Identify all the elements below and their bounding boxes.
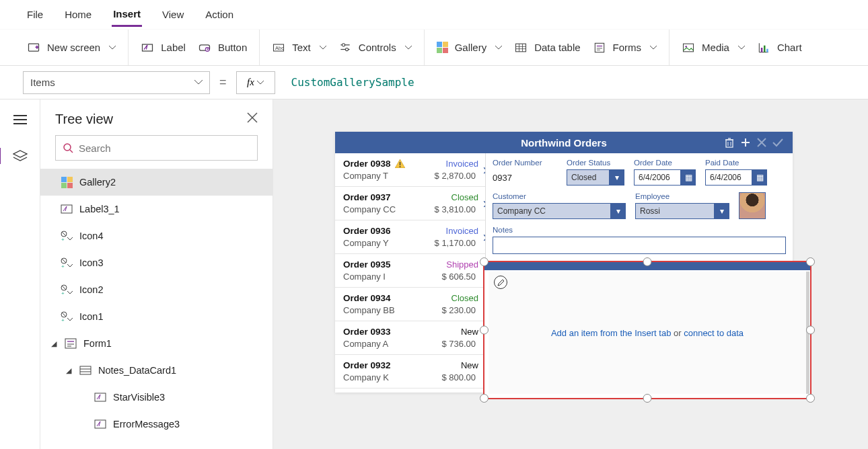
resize-handle[interactable] bbox=[480, 326, 489, 335]
tree-node-starvisible3[interactable]: StarVisible3 bbox=[40, 384, 273, 411]
label-paid-date: Paid Date bbox=[705, 159, 767, 167]
tree-node-errormessage3[interactable]: ErrorMessage3 bbox=[40, 411, 273, 438]
tree-view-panel: Tree view Gallery2 Label3_1 + Icon4 bbox=[40, 99, 273, 449]
tree-node-icon3[interactable]: + Icon3 bbox=[40, 249, 273, 276]
tree-node-form1[interactable]: ◢ Form1 bbox=[40, 330, 273, 357]
resize-handle[interactable] bbox=[480, 257, 489, 266]
close-tree-button[interactable] bbox=[247, 112, 258, 126]
fx-button[interactable]: fx bbox=[236, 71, 275, 94]
connect-data-link[interactable]: connect to data bbox=[684, 328, 744, 338]
property-selector[interactable]: Items bbox=[23, 71, 210, 94]
order-amount: $ 2,870.00 bbox=[435, 171, 476, 181]
svg-rect-12 bbox=[516, 44, 526, 52]
order-row[interactable]: Order 0933 NewCompany A$ 736.00› bbox=[335, 321, 485, 355]
notes-input[interactable] bbox=[493, 237, 786, 254]
order-status: Invoiced bbox=[446, 159, 478, 169]
label-icon bbox=[141, 41, 154, 54]
media-icon bbox=[682, 41, 695, 54]
svg-rect-52 bbox=[80, 366, 91, 374]
new-screen-button[interactable]: New screen bbox=[27, 41, 116, 54]
formula-input[interactable]: CustomGallerySample bbox=[285, 71, 852, 94]
tree-node-icon4[interactable]: + Icon4 bbox=[40, 222, 273, 249]
tree-list[interactable]: Gallery2 Label3_1 + Icon4 + Icon3 + Icon… bbox=[40, 169, 273, 449]
resize-handle[interactable] bbox=[806, 394, 815, 403]
search-icon bbox=[63, 142, 73, 153]
tree-search[interactable] bbox=[55, 135, 258, 161]
order-row[interactable]: Order 0935 ShippedCompany I$ 606.50› bbox=[335, 254, 485, 288]
forms-icon bbox=[593, 41, 606, 54]
form-icon bbox=[65, 337, 77, 350]
button-button[interactable]: Button bbox=[198, 41, 247, 54]
order-row[interactable]: Order 0934 ClosedCompany BB$ 230.00› bbox=[335, 288, 485, 321]
order-company: Company K bbox=[343, 372, 389, 382]
menu-view[interactable]: View bbox=[161, 3, 185, 26]
menu-file[interactable]: File bbox=[26, 3, 44, 26]
order-row[interactable]: Order 0938 InvoicedCompany T$ 2,870.00› bbox=[335, 153, 485, 187]
resize-handle[interactable] bbox=[480, 394, 489, 403]
sidebar-hamburger[interactable] bbox=[7, 109, 34, 130]
chart-button[interactable]: Chart bbox=[757, 41, 802, 54]
order-row[interactable]: Order 0937 ClosedCompany CC$ 3,810.00› bbox=[335, 187, 485, 220]
cancel-icon[interactable] bbox=[754, 134, 770, 151]
order-amount: $ 1,170.00 bbox=[435, 238, 476, 248]
text-button[interactable]: Abc Text bbox=[272, 41, 326, 54]
tree-node-icon2[interactable]: + Icon2 bbox=[40, 276, 273, 303]
forms-button[interactable]: Forms bbox=[593, 41, 657, 54]
order-row[interactable]: Order 0936 InvoicedCompany Y$ 1,170.00› bbox=[335, 220, 485, 254]
data-table-button[interactable]: Data table bbox=[514, 41, 580, 54]
menu-insert[interactable]: Insert bbox=[112, 3, 142, 27]
chevron-down-icon bbox=[109, 46, 116, 50]
svg-text:+: + bbox=[61, 263, 65, 268]
menu-action[interactable]: Action bbox=[204, 3, 235, 26]
gallery-button[interactable]: Gallery bbox=[437, 42, 503, 53]
tree-search-input[interactable] bbox=[79, 142, 250, 154]
order-name: Order 0937 bbox=[343, 192, 391, 202]
tree-node-gallery2[interactable]: Gallery2 bbox=[40, 169, 273, 196]
tree-node-notes-datacard1[interactable]: ◢ Notes_DataCard1 bbox=[40, 357, 273, 384]
controls-button[interactable]: Controls bbox=[338, 41, 412, 54]
tree-node-icon1[interactable]: + Icon1 bbox=[40, 303, 273, 330]
gallery-icon bbox=[437, 42, 448, 53]
order-status: Invoiced bbox=[446, 226, 478, 236]
resize-handle[interactable] bbox=[643, 394, 652, 403]
order-amount: $ 230.00 bbox=[441, 305, 476, 315]
edit-badge[interactable] bbox=[494, 276, 507, 289]
delete-icon[interactable] bbox=[721, 134, 737, 151]
menu-home[interactable]: Home bbox=[63, 3, 93, 26]
sidebar-tree-tab[interactable] bbox=[7, 145, 34, 167]
resize-handle[interactable] bbox=[643, 257, 652, 266]
order-date-input[interactable]: 6/4/2006▦ bbox=[634, 169, 696, 186]
label-icon bbox=[94, 391, 106, 403]
add-icon[interactable] bbox=[737, 134, 754, 151]
layers-icon bbox=[13, 150, 28, 162]
employee-select[interactable]: Rossi▾ bbox=[635, 203, 729, 219]
media-button[interactable]: Media bbox=[682, 41, 745, 54]
order-amount: $ 606.50 bbox=[441, 272, 476, 282]
order-name: Order 0938 bbox=[343, 159, 405, 169]
order-status-select[interactable]: Closed▾ bbox=[567, 169, 624, 186]
icons-icon: + bbox=[61, 230, 73, 242]
label-employee: Employee bbox=[635, 192, 729, 200]
order-row[interactable]: Order 0932 NewCompany K$ 800.00› bbox=[335, 355, 485, 389]
chevron-down-icon bbox=[738, 46, 745, 50]
canvas[interactable]: Northwind Orders Order 0938 InvoicedComp… bbox=[273, 99, 868, 449]
caret-down-icon[interactable]: ◢ bbox=[50, 339, 58, 348]
order-name: Order 0936 bbox=[343, 226, 391, 236]
label-notes: Notes bbox=[493, 226, 786, 234]
button-icon bbox=[198, 41, 211, 54]
gallery2-selection[interactable]: Add an item from the Insert tab or conne… bbox=[483, 261, 811, 399]
svg-point-22 bbox=[685, 46, 687, 48]
resize-handle[interactable] bbox=[806, 326, 815, 335]
check-icon[interactable] bbox=[770, 134, 786, 151]
orders-list[interactable]: Order 0938 InvoicedCompany T$ 2,870.00›O… bbox=[335, 153, 486, 393]
resize-handle[interactable] bbox=[806, 257, 815, 266]
svg-point-9 bbox=[342, 43, 345, 46]
caret-down-icon[interactable]: ◢ bbox=[65, 366, 73, 375]
label-button[interactable]: Label bbox=[141, 41, 186, 54]
order-company: Company I bbox=[343, 272, 386, 282]
paid-date-input[interactable]: 6/4/2006▦ bbox=[705, 169, 767, 186]
tree-node-label3_1[interactable]: Label3_1 bbox=[40, 196, 273, 222]
add-item-link[interactable]: Add an item from the Insert tab bbox=[551, 328, 671, 338]
tree-node-label: Gallery2 bbox=[79, 177, 116, 188]
customer-select[interactable]: Company CC▾ bbox=[493, 203, 626, 219]
